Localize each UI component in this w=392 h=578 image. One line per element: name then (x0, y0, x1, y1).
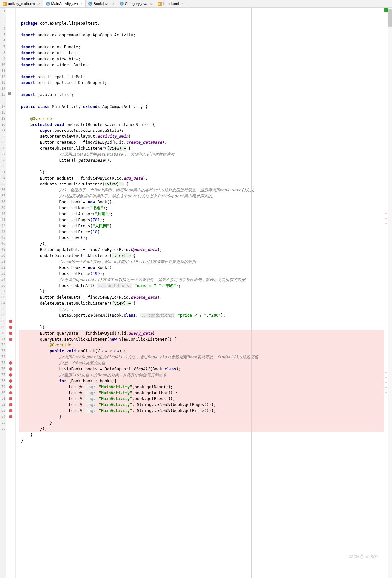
tab-label: activity_main.xml (8, 2, 36, 6)
java-icon: C (120, 2, 124, 6)
close-icon[interactable]: × (182, 2, 184, 6)
svg-text:x: x (158, 2, 160, 5)
tab-activity-main[interactable]: xactivity_main.xml× (0, 0, 43, 7)
inspection-rail (384, 8, 388, 578)
code-area[interactable]: package com.example.litpepaltest;import … (19, 8, 384, 578)
svg-text:C: C (121, 2, 123, 5)
java-icon: C (88, 2, 92, 6)
close-icon[interactable]: × (150, 2, 152, 6)
tab-book[interactable]: CBook.java× (86, 0, 117, 7)
xml-icon: x (158, 2, 162, 6)
check-icon (384, 8, 388, 12)
tab-litepal[interactable]: xlitepal.xml× (155, 0, 187, 7)
fold-column (16, 8, 19, 578)
java-icon: C (46, 2, 50, 6)
tab-label: MainActivity.java (51, 2, 78, 6)
tab-main-activity[interactable]: CMainActivity.java× (43, 0, 86, 7)
class-icon: 🅲 (8, 92, 11, 95)
xml-icon: x (3, 2, 7, 6)
tab-bar: xactivity_main.xml× CMainActivity.java× … (0, 0, 392, 8)
svg-text:C: C (47, 2, 49, 5)
marker-gutter: 🅲 (6, 8, 16, 578)
editor: 1234567891011121314151718192021222526272… (0, 8, 392, 578)
tab-label: Book.java (94, 2, 110, 6)
close-icon[interactable]: × (38, 2, 40, 6)
svg-text:C: C (89, 2, 91, 5)
tab-label: litepal.xml (163, 2, 179, 6)
scrollbar-thumb[interactable] (388, 9, 392, 27)
close-icon[interactable]: × (112, 2, 114, 6)
line-number-gutter: 1234567891011121314151718192021222526272… (0, 8, 6, 578)
tab-category[interactable]: CCategory.java× (117, 0, 155, 7)
svg-text:x: x (3, 2, 5, 5)
vertical-scrollbar[interactable] (388, 8, 392, 578)
watermark: CSDN @sick BOY (348, 554, 378, 560)
close-icon[interactable]: × (81, 2, 83, 6)
tab-label: Category.java (125, 2, 147, 6)
right-margin-line (251, 8, 252, 578)
